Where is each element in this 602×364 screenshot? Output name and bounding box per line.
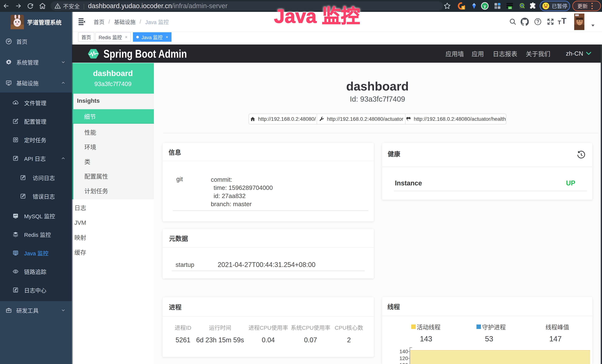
- svg-text:on: on: [509, 7, 512, 9]
- svg-text:1: 1: [462, 6, 464, 10]
- svg-text:y: y: [484, 4, 486, 8]
